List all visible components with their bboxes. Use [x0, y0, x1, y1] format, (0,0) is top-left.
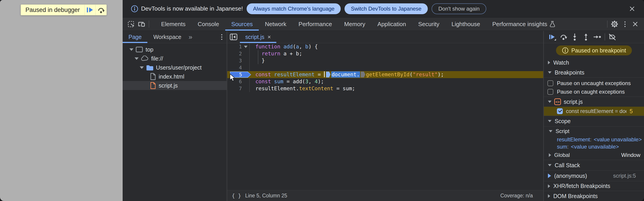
toggle-device-toolbar-button[interactable]	[136, 19, 147, 29]
pause-uncaught-checkbox[interactable]	[548, 80, 553, 86]
code-line-6[interactable]: 6 const sum = add(3, 4);	[227, 78, 543, 85]
call-stack-frame-anonymous[interactable]: (anonymous) script.js:5	[544, 170, 644, 181]
code-line-5-paused[interactable]: 5 const resultElement = document.getElem…	[227, 71, 543, 78]
tab-performance-insights[interactable]: Performance insights	[486, 18, 562, 30]
switch-devtools-japanese-button[interactable]: Switch DevTools to Japanese	[344, 4, 428, 14]
resume-script-button[interactable]	[548, 32, 557, 42]
code-line-7[interactable]: 7 resultElement.textContent = sum;	[227, 85, 543, 92]
mouse-cursor	[228, 74, 236, 82]
step-out-button[interactable]	[581, 32, 591, 42]
file-icon	[150, 73, 156, 80]
devtools-close-button[interactable]	[630, 19, 640, 29]
tree-item-script-js[interactable]: script.js	[123, 81, 226, 90]
breakpoint-entry[interactable]: const resultElement = doc⋯ 5	[544, 107, 644, 116]
code-line-1[interactable]: 1 function add(a, b) {	[227, 43, 543, 50]
step-into-icon	[571, 33, 578, 41]
scope-var-resultelement[interactable]: resultElement: <value unavailable>	[544, 136, 644, 143]
hide-navigator-button[interactable]	[227, 31, 240, 43]
deactivate-breakpoints-icon	[608, 33, 616, 41]
tab-memory[interactable]: Memory	[338, 18, 371, 30]
pretty-print-icon[interactable]: { }	[232, 193, 241, 199]
editor-tab-script-js[interactable]: script.js ×	[240, 31, 276, 43]
resume-icon	[87, 7, 94, 13]
code-line-3[interactable]: 3 }	[227, 57, 543, 64]
debugger-toolbar	[544, 31, 644, 43]
section-watch[interactable]: Watch	[544, 58, 644, 68]
global-scope-value: Window	[621, 152, 644, 158]
folder-icon	[146, 64, 153, 70]
tab-close-icon[interactable]: ×	[268, 34, 271, 40]
frame-location: script.js:5	[613, 173, 644, 179]
tab-application[interactable]: Application	[371, 18, 412, 30]
section-call-stack[interactable]: Call Stack	[544, 160, 644, 170]
notification-bar: DevTools is now available in Japanese! A…	[123, 0, 644, 18]
navigator-menu-button[interactable]	[217, 31, 226, 43]
scope-global-group[interactable]: Global Window	[544, 150, 644, 160]
collapse-arrow-icon	[548, 71, 552, 74]
tab-security[interactable]: Security	[412, 18, 446, 30]
tree-item-file-protocol[interactable]: file://	[123, 54, 226, 63]
tab-lighthouse[interactable]: Lighthouse	[445, 18, 486, 30]
script-file-icon: <>	[554, 98, 561, 105]
section-xhr-breakpoints[interactable]: XHR/fetch Breakpoints	[544, 181, 644, 191]
always-match-language-button[interactable]: Always match Chrome's language	[246, 4, 341, 14]
tree-item-index-html[interactable]: index.html	[123, 72, 226, 81]
inspect-element-button[interactable]	[126, 19, 136, 29]
navigator-tab-page[interactable]: Page	[123, 31, 148, 43]
tree-item-project-folder[interactable]: Users/user/project	[123, 63, 226, 72]
pause-uncaught-exceptions-row[interactable]: Pause on uncaught exceptions	[544, 79, 644, 88]
tree-item-top[interactable]: top	[123, 45, 226, 54]
paused-on-breakpoint-status: Paused on breakpoint	[556, 46, 632, 55]
section-dom-breakpoints[interactable]: DOM Breakpoints	[544, 191, 644, 201]
breakpoint-checkbox[interactable]	[557, 108, 563, 114]
info-icon	[131, 5, 138, 12]
navigator-tab-workspace[interactable]: Workspace	[148, 31, 187, 43]
pause-caught-exceptions-row[interactable]: Pause on caught exceptions	[544, 88, 644, 96]
toolbar-divider	[604, 33, 605, 40]
more-tabs-button[interactable]: »	[187, 31, 194, 43]
section-scope[interactable]: Scope	[544, 116, 644, 126]
tab-console[interactable]: Console	[192, 18, 225, 30]
step-over-button[interactable]	[96, 5, 106, 15]
devtools-menu-button[interactable]	[620, 19, 630, 29]
collapse-arrow-icon	[548, 164, 552, 166]
code-line-4[interactable]: 4	[227, 64, 543, 71]
settings-gear-button[interactable]	[609, 19, 620, 29]
dont-show-again-button[interactable]: Don't show again	[432, 4, 486, 14]
collapse-arrow-icon	[548, 120, 552, 122]
step-into-button[interactable]	[570, 32, 580, 42]
tab-performance[interactable]: Performance	[292, 18, 338, 30]
breakpoint-group-script-js[interactable]: <> script.js	[544, 97, 644, 107]
expand-arrow-icon[interactable]	[130, 48, 134, 51]
coverage-status: Coverage: n/a	[500, 193, 543, 199]
pause-caught-checkbox[interactable]	[548, 89, 553, 95]
scope-var-sum[interactable]: sum: <value unavailable>	[544, 143, 644, 150]
webpage-viewport: Paused in debugger	[0, 0, 123, 201]
debugger-sections: Paused on breakpoint Watch Breakpoints	[544, 43, 644, 201]
tab-network[interactable]: Network	[259, 18, 292, 30]
step-out-icon	[582, 33, 590, 41]
device-toolbar-icon	[138, 20, 146, 28]
step-over-button[interactable]	[559, 32, 568, 42]
cloud-icon	[141, 56, 148, 62]
sources-panel: Page Workspace » top	[123, 31, 644, 201]
resume-script-button[interactable]	[84, 5, 96, 15]
scope-script-group[interactable]: Script	[544, 126, 644, 136]
deactivate-breakpoints-button[interactable]	[608, 32, 617, 42]
notification-close-button[interactable]	[627, 4, 637, 14]
info-icon	[562, 47, 568, 54]
step-icon	[593, 33, 601, 41]
main-tab-strip: Elements Console Sources Network Perform…	[155, 18, 562, 30]
section-breakpoints[interactable]: Breakpoints	[544, 68, 644, 78]
tab-sources[interactable]: Sources	[225, 18, 259, 30]
step-button[interactable]	[592, 32, 602, 42]
expand-arrow-icon[interactable]	[140, 66, 144, 69]
step-over-icon	[98, 6, 105, 13]
fold-arrow-icon[interactable]	[242, 43, 250, 50]
code-editor[interactable]: 1 function add(a, b) { 2 return a + b; 3…	[227, 43, 543, 190]
tab-elements[interactable]: Elements	[155, 18, 192, 30]
frame-icon	[136, 46, 143, 53]
code-line-2[interactable]: 2 return a + b;	[227, 50, 543, 57]
expand-arrow-icon[interactable]	[134, 58, 138, 60]
editor-pane: script.js × 1 function add(a, b) { 2 ret…	[227, 31, 543, 201]
